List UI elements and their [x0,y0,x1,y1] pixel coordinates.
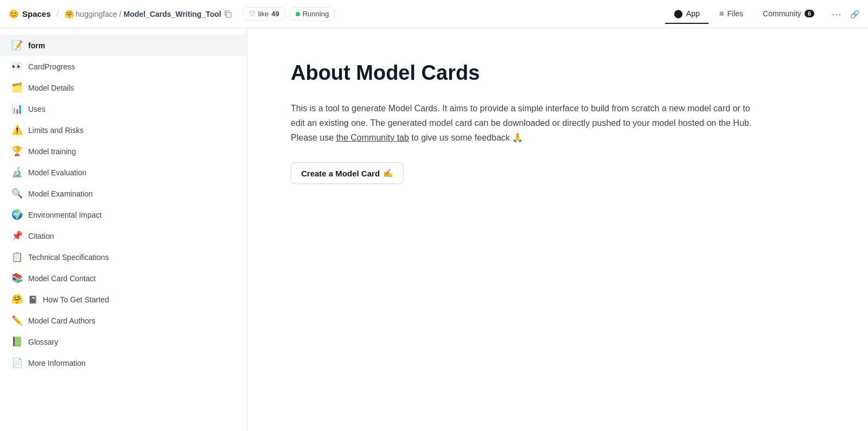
sidebar-item-how-to-get-started[interactable]: 🤗 📓 How To Get Started [0,289,247,310]
nav-app-label: App [686,9,700,18]
content-area: About Model Cards This is a tool to gene… [247,28,868,431]
content-description: This is a tool to generate Model Cards. … [291,101,757,145]
notebook-icon: 📓 [28,295,37,304]
more-icon: ⋯ [832,9,841,20]
repo-owner: huggingface [76,10,117,18]
nav-files[interactable]: ≡ Files [711,4,752,23]
nav-app[interactable]: ⬤ App [665,4,709,24]
sidebar-item-model-evaluation[interactable]: 🔬 Model Evaluation [0,162,247,183]
how-to-get-started-icon: 🤗 [11,294,23,305]
sidebar-label-model-details: Model Details [28,84,74,92]
technical-spec-icon: 📋 [11,251,23,263]
sidebar-label-more-information: More Information [28,359,86,367]
model-examination-icon: 🔍 [11,188,23,199]
like-button[interactable]: ♡ like 49 [243,7,285,21]
running-badge: Running [290,7,335,21]
model-details-icon: 🗂️ [11,82,23,93]
spaces-emoji: 😊 [9,9,19,19]
like-label: like [258,10,269,18]
more-button[interactable]: ⋯ [825,4,848,24]
repo-icon: 🤗 [65,10,74,18]
sidebar-label-model-examination: Model Examination [28,189,93,198]
files-icon: ≡ [719,9,724,18]
like-count: 49 [271,10,279,18]
glossary-icon: 📗 [11,336,23,347]
header-nav: ⬤ App ≡ Files Community 6 ⋯ 🔗 [665,4,859,24]
running-label: Running [303,10,329,18]
sidebar-label-model-card-contact: Model Card Contact [28,274,96,283]
svg-rect-0 [226,12,231,17]
sidebar-label-how-to-get-started: How To Get Started [43,295,109,304]
nav-community[interactable]: Community 6 [754,5,823,23]
repo-slash: / [119,10,122,18]
sidebar-label-environmental-impact: Environmental Impact [28,211,101,219]
sidebar-item-citation[interactable]: 📌 Citation [0,225,247,246]
model-training-icon: 🏆 [11,145,23,157]
sidebar: 📝 form 👀 CardProgress 🗂️ Model Details 📊… [0,28,247,431]
sidebar-label-model-evaluation: Model Evaluation [28,168,86,177]
description-part2: to give us some feedback 🙏 [411,133,523,142]
model-evaluation-icon: 🔬 [11,167,23,178]
sidebar-item-model-card-contact[interactable]: 📚 Model Card Contact [0,268,247,289]
create-btn-label: Create a Model Card [301,169,380,178]
sidebar-item-model-training[interactable]: 🏆 Model training [0,141,247,162]
sidebar-item-limits-risks[interactable]: ⚠️ Limits and Risks [0,119,247,141]
page-title: About Model Cards [291,61,825,86]
create-btn-emoji: ✍️ [383,168,393,178]
sidebar-label-model-card-authors: Model Card Authors [28,316,95,325]
community-badge: 6 [805,10,814,17]
more-information-icon: 📄 [11,357,23,369]
repo-name: Model_Cards_Writing_Tool [124,10,221,18]
nav-community-label: Community [763,9,801,18]
repo-path: 🤗 huggingface / Model_Cards_Writing_Tool [65,10,232,18]
main-layout: 📝 form 👀 CardProgress 🗂️ Model Details 📊… [0,28,868,431]
sidebar-item-model-examination[interactable]: 🔍 Model Examination [0,183,247,204]
spaces-logo[interactable]: 😊 Spaces [9,9,51,19]
environmental-impact-icon: 🌍 [11,209,23,220]
sidebar-label-limits-risks: Limits and Risks [28,126,84,135]
header: 😊 Spaces / 🤗 huggingface / Model_Cards_W… [0,0,868,28]
running-dot [296,12,300,16]
sidebar-item-form[interactable]: 📝 form [0,35,247,56]
sidebar-item-technical-specifications[interactable]: 📋 Technical Specifications [0,246,247,268]
card-progress-icon: 👀 [11,61,23,72]
citation-icon: 📌 [11,230,23,242]
limits-risks-icon: ⚠️ [11,124,23,136]
model-card-authors-icon: ✏️ [11,315,23,326]
sidebar-item-card-progress[interactable]: 👀 CardProgress [0,56,247,77]
create-model-card-button[interactable]: Create a Model Card ✍️ [291,162,404,184]
sidebar-item-uses[interactable]: 📊 Uses [0,98,247,119]
sidebar-label-model-training: Model training [28,147,76,156]
header-left: 😊 Spaces / 🤗 huggingface / Model_Cards_W… [9,7,661,21]
sidebar-item-more-information[interactable]: 📄 More Information [0,352,247,373]
uses-icon: 📊 [11,103,23,115]
nav-files-label: Files [727,9,744,18]
sidebar-label-citation: Citation [28,232,54,240]
sidebar-label-glossary: Glossary [28,338,58,346]
sidebar-label-form: form [28,41,45,50]
copy-icon[interactable] [224,10,232,18]
spaces-label: Spaces [22,9,51,18]
link-icon: 🔗 [850,10,859,18]
heart-icon: ♡ [249,10,256,18]
sidebar-label-uses: Uses [28,105,46,113]
form-icon: 📝 [11,40,23,51]
sidebar-label-card-progress: CardProgress [28,62,75,71]
sidebar-label-technical-specifications: Technical Specifications [28,253,109,262]
header-separator: / [56,8,59,20]
sidebar-item-model-details[interactable]: 🗂️ Model Details [0,77,247,98]
community-tab-link[interactable]: the Community tab [336,133,409,142]
app-icon: ⬤ [674,9,683,18]
sidebar-item-model-card-authors[interactable]: ✏️ Model Card Authors [0,310,247,331]
model-card-contact-icon: 📚 [11,272,23,284]
sidebar-item-glossary[interactable]: 📗 Glossary [0,331,247,352]
sidebar-item-environmental-impact[interactable]: 🌍 Environmental Impact [0,204,247,225]
